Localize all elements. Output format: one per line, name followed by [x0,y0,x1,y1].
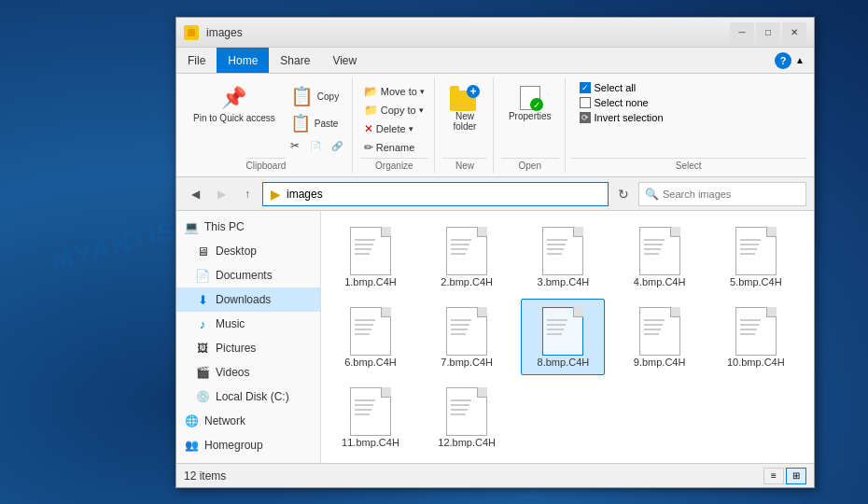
file-icon [637,225,682,273]
paste-icon: 📋 [290,113,311,133]
menu-view[interactable]: View [321,48,368,73]
cut-button[interactable]: ✂ [287,137,303,154]
menu-bar: File Home Share View ? ▲ [176,48,814,74]
sidebar-item-this-pc[interactable]: This PC [176,215,320,239]
file-paper-icon [350,227,391,275]
rename-button[interactable]: ✏ Rename [360,139,428,156]
file-item[interactable]: 6.bmp.C4H [329,299,413,375]
up-button[interactable]: ↑ [236,183,259,205]
new-folder-icon: + [450,85,480,111]
file-icon [348,225,393,273]
file-name: 8.bmp.C4H [538,357,590,369]
invert-selection-button[interactable]: ⟳ Invert selection [577,111,801,124]
desktop-icon [195,244,210,259]
delete-dropdown-icon: ▾ [409,124,413,133]
file-item[interactable]: 1.bmp.C4H [329,218,413,295]
file-item[interactable]: 11.bmp.C4H [329,379,413,455]
videos-icon [195,365,210,380]
file-name: 3.bmp.C4H [538,276,590,288]
file-paper-icon [446,387,487,436]
invert-icon: ⟳ [580,112,591,123]
file-paper-icon [542,307,583,356]
file-name: 1.bmp.C4H [344,276,397,288]
address-field[interactable]: ▶ images [262,182,609,206]
copy-button[interactable]: 📋 Copy [287,83,346,109]
file-area: 1.bmp.C4H2.bmp.C4H3.bmp.C4H4.bmp.C4H5.bm… [321,211,814,463]
new-folder-button[interactable]: + New folder [442,81,487,135]
paste-button[interactable]: 📋 Paste [287,111,346,135]
file-item[interactable]: 10.bmp.C4H [714,299,798,375]
sidebar-item-network[interactable]: Network [176,409,320,433]
window-icon [184,25,199,40]
paste-shortcut-button[interactable]: 🔗 [328,137,346,154]
downloads-icon [195,292,210,307]
maximize-button[interactable]: □ [756,22,780,43]
minimize-button[interactable]: ─ [730,22,754,43]
address-path: images [287,188,323,201]
file-item[interactable]: 7.bmp.C4H [425,299,509,375]
move-to-button[interactable]: 📂 Move to ▾ [360,83,428,100]
file-item[interactable]: 9.bmp.C4H [618,299,702,375]
properties-button[interactable]: ✓ Properties [501,81,559,125]
search-box[interactable]: 🔍 [638,182,806,206]
copy-to-button[interactable]: 📁 Copy to ▾ [360,102,428,119]
documents-icon [195,268,210,283]
sidebar-item-videos[interactable]: Videos [176,360,320,385]
view-buttons: ≡ ⊞ [763,468,806,484]
file-paper-icon [639,307,680,356]
sidebar-item-desktop[interactable]: Desktop [176,239,320,263]
back-button[interactable]: ◀ [184,183,206,205]
sidebar-item-music[interactable]: Music [176,312,320,336]
file-icon [540,305,585,353]
open-group: ✓ Properties Open [496,77,566,173]
file-item[interactable]: 4.bmp.C4H [618,218,702,295]
forward-button[interactable]: ▶ [210,183,232,205]
file-item[interactable]: 8.bmp.C4H [521,299,605,375]
network-icon [184,413,199,428]
sidebar-item-pictures[interactable]: Pictures [176,336,320,360]
file-name: 6.bmp.C4H [344,357,397,369]
sidebar-item-downloads[interactable]: Downloads [176,287,320,312]
clipboard-group: 📌 Pin to Quick access 📋 Copy 📋 Paste [180,77,353,173]
delete-button[interactable]: ✕ Delete ▾ [360,120,428,137]
details-view-button[interactable]: ≡ [763,468,784,484]
copy-path-icon: 📄 [310,141,321,151]
sidebar-item-homegroup[interactable]: Homegroup [176,433,320,457]
menu-home[interactable]: Home [217,48,269,73]
pin-to-quick-access-button[interactable]: 📌 Pin to Quick access [186,81,283,128]
help-button[interactable]: ? [775,52,791,69]
select-none-button[interactable]: Select none [577,96,801,109]
address-bar: ◀ ▶ ↑ ▶ images ↻ 🔍 [176,177,814,211]
window-controls: ─ □ ✕ [730,22,806,43]
file-icon [540,225,585,273]
file-item[interactable]: 2.bmp.C4H [425,218,509,295]
menu-file[interactable]: File [176,48,217,73]
paste-shortcut-icon: 🔗 [331,141,343,151]
search-input[interactable] [663,189,800,200]
file-item[interactable]: 3.bmp.C4H [521,218,605,295]
select-all-button[interactable]: Select all [577,81,801,94]
menu-share[interactable]: Share [269,48,321,73]
sidebar-item-local-disk[interactable]: Local Disk (C:) [176,385,320,409]
title-bar: images ─ □ ✕ [176,18,814,48]
file-paper-icon [735,307,777,356]
close-button[interactable]: ✕ [782,22,806,43]
refresh-button[interactable]: ↻ [612,183,635,205]
file-icon [444,385,489,433]
select-label: Select [571,158,806,173]
file-paper-icon [639,227,680,275]
file-item[interactable]: 12.bmp.C4H [425,379,509,455]
window-title: images [206,26,730,39]
file-name: 2.bmp.C4H [441,276,493,288]
sidebar-item-documents[interactable]: Documents [176,263,320,287]
pictures-icon [195,341,210,356]
file-name: 5.bmp.C4H [730,276,782,288]
tiles-view-button[interactable]: ⊞ [786,468,806,484]
new-label: New [442,158,487,173]
file-item[interactable]: 5.bmp.C4H [714,218,798,295]
copy-path-button[interactable]: 📄 [306,137,325,154]
select-all-icon [580,82,591,93]
ribbon-collapse-button[interactable]: ▲ [791,54,808,67]
file-paper-icon [542,227,583,275]
main-area: This PC Desktop Documents Downloads Musi… [176,211,814,463]
